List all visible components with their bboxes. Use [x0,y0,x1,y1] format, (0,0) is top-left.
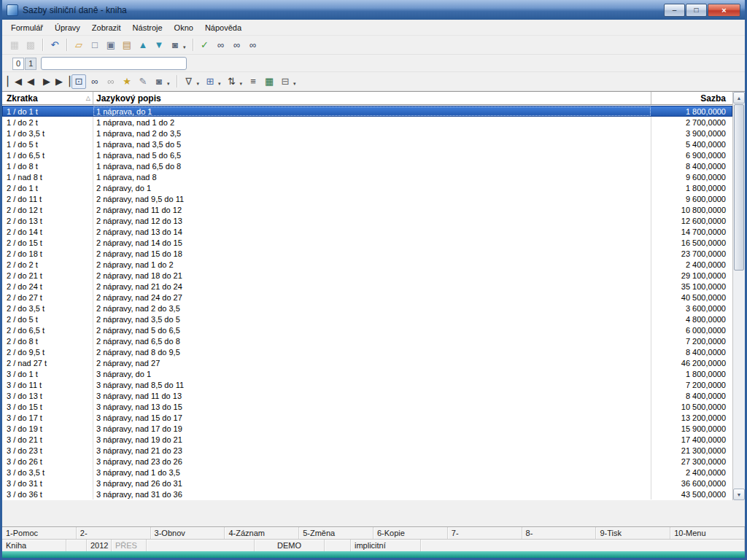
record-page-tab-1[interactable]: 1 [25,58,36,70]
cell-zkratka: 1 / nad 8 t [2,171,93,182]
table-row[interactable]: 2 / do 24 t2 nápravy, nad 21 do 2435 100… [2,281,732,292]
table-row[interactable]: 2 / do 15 t2 nápravy, nad 14 do 1516 500… [2,237,732,248]
table-row[interactable]: 3 / do 15 t3 nápravy, nad 13 do 1510 500… [2,401,732,412]
menu-item-upravy[interactable]: Úpravy [49,21,86,34]
fkey-4[interactable]: 4-Záznam [225,527,299,539]
menu-item-formular[interactable]: Formulář [5,21,49,34]
table-row[interactable]: 2 / do 8 t2 nápravy, nad 6,5 do 87 200,0… [2,335,732,346]
table-row[interactable]: 1 / do 6,5 t1 náprava, nad 5 do 6,56 900… [2,149,732,160]
find-next-icon[interactable]: ∞ [230,38,244,52]
table-row[interactable]: 2 / do 18 t2 nápravy, nad 15 do 1823 700… [2,248,732,259]
table-row[interactable]: 2 / do 27 t2 nápravy, nad 24 do 2740 500… [2,292,732,303]
table-row[interactable]: 1 / do 5 t1 náprava, nad 3,5 do 55 400,0… [2,139,732,149]
scrollbar-thumb[interactable] [734,104,744,271]
table-row[interactable]: 1 / do 3,5 t1 náprava, nad 2 do 3,53 900… [2,128,732,139]
copy-record-icon[interactable]: ▣ [104,38,118,52]
notes-icon[interactable]: ▤ [120,38,134,52]
table-row[interactable]: 2 / do 21 t2 nápravy, nad 18 do 2129 100… [2,270,732,281]
first-record-button[interactable]: ▏◀ [7,74,22,89]
menu-item-okno[interactable]: Okno [169,21,199,34]
cell-popis: 2 nápravy, nad 9,5 do 11 [93,193,651,204]
table-row[interactable]: 2 / nad 27 t2 nápravy, nad 2746 200,0000 [2,357,732,368]
column-header-sazba[interactable]: Sazba [651,92,732,104]
filter-dropdown[interactable]: ▾ [197,81,200,87]
menu-item-zobrazit[interactable]: Zobrazit [86,21,127,34]
table-row[interactable]: 2 / do 1 t2 nápravy, do 11 800,0000 [2,182,732,193]
table-row[interactable]: 2 / do 13 t2 nápravy, nad 12 do 1312 600… [2,215,732,226]
fkey-1[interactable]: 1-Pomoc [2,527,77,539]
calculator-dropdown[interactable]: ▾ [293,81,296,87]
layout-dropdown[interactable]: ▾ [218,81,221,87]
check-icon[interactable]: ✓ [198,38,212,52]
table-row[interactable]: 2 / do 2 t2 nápravy, nad 1 do 22 400,000… [2,259,732,270]
table-row[interactable]: 3 / do 31 t3 nápravy, nad 26 do 3136 600… [2,478,732,489]
table-row[interactable]: 2 / do 3,5 t2 nápravy, nad 2 do 3,53 600… [2,303,732,314]
fkey-9[interactable]: 9-Tisk [596,527,670,539]
move-up-icon[interactable]: ▲ [136,38,150,52]
table-row[interactable]: 2 / do 14 t2 nápravy, nad 13 do 1414 700… [2,226,732,237]
edit-icon[interactable]: ✎ [136,74,150,89]
detail-view-icon[interactable]: ⊡ [71,74,86,89]
move-down-icon[interactable]: ▼ [152,38,166,52]
table-row[interactable]: 2 / do 12 t2 nápravy, nad 11 do 1210 800… [2,204,732,215]
table-row[interactable]: 2 / do 5 t2 nápravy, nad 3,5 do 54 800,0… [2,314,732,324]
fkey-5[interactable]: 5-Změna [299,527,374,539]
open-icon[interactable]: ▱ [71,38,86,52]
scroll-up-icon[interactable]: ▲ [733,92,745,104]
prev-record-button[interactable]: ◀ [23,74,38,89]
sort-dropdown[interactable]: ▾ [240,81,243,87]
new-record-icon[interactable]: □ [88,38,102,52]
table-row[interactable]: 2 / do 11 t2 nápravy, nad 9,5 do 119 600… [2,193,732,204]
scroll-down-icon[interactable]: ▼ [733,489,745,500]
fkey-8[interactable]: 8- [522,527,597,539]
column-header-zkratka[interactable]: Zkratka △ [2,92,93,104]
table-row[interactable]: 3 / do 19 t3 nápravy, nad 17 do 1915 900… [2,423,732,434]
fkey-10[interactable]: 10-Menu [670,527,745,539]
vertical-scrollbar[interactable]: ▲ ▼ [732,92,745,500]
minimize-button[interactable]: – [664,4,685,17]
attachments-dropdown[interactable]: ▾ [167,81,170,87]
close-button[interactable]: × [708,4,740,17]
undo-icon[interactable]: ↶ [47,38,62,52]
filter-icon[interactable]: ∇ [182,74,196,89]
fkey-2[interactable]: 2- [77,527,151,539]
sort-icon[interactable]: ⇅ [225,74,239,89]
table-row[interactable]: 2 / do 6,5 t2 nápravy, nad 5 do 6,56 000… [2,324,732,335]
table-row[interactable]: 1 / do 1 t1 náprava, do 11 800,0000 [2,106,732,117]
attachments-dropdown[interactable]: ▾ [183,44,186,50]
table-row[interactable]: 3 / do 36 t3 nápravy, nad 31 do 3643 500… [2,489,732,499]
table-row[interactable]: 3 / do 23 t3 nápravy, nad 21 do 2321 300… [2,445,732,456]
column-header-popis[interactable]: Jazykový popis [93,92,651,104]
record-page-tab-0[interactable]: 0 [12,58,24,70]
excel-export-icon[interactable]: ▦ [262,74,276,89]
layout-icon[interactable]: ⊞ [203,74,217,89]
table-row[interactable]: 3 / do 3,5 t3 nápravy, nad 1 do 3,52 400… [2,467,732,478]
last-record-button[interactable]: ▶▕ [55,74,70,89]
calculator-icon[interactable]: ⊟ [278,74,293,89]
table-row[interactable]: 3 / do 21 t3 nápravy, nad 19 do 2117 400… [2,434,732,445]
table-row[interactable]: 3 / do 13 t3 nápravy, nad 11 do 138 400,… [2,390,732,401]
bookmark-icon[interactable]: ★ [120,74,134,89]
find-global-icon[interactable]: ∞ [246,38,260,52]
table-row[interactable]: 1 / do 2 t1 náprava, nad 1 do 22 700,000… [2,117,732,128]
table-row[interactable]: 3 / do 1 t3 nápravy, do 11 800,0000 [2,368,732,379]
fkey-6[interactable]: 6-Kopie [374,527,448,539]
table-row[interactable]: 3 / do 26 t3 nápravy, nad 23 do 2627 300… [2,456,732,467]
next-record-button[interactable]: ▶ [39,74,54,89]
attachments-icon[interactable]: ◙ [168,38,182,52]
menu-item-napoveda[interactable]: Nápověda [199,21,247,34]
find-icon[interactable]: ∞ [214,38,228,52]
table-row[interactable]: 1 / nad 8 t1 náprava, nad 89 600,0000 [2,171,732,182]
quick-search-input[interactable] [41,57,187,70]
maximize-button[interactable]: □ [686,4,707,17]
table-row[interactable]: 1 / do 8 t1 náprava, nad 6,5 do 88 400,0… [2,160,732,171]
summary-icon[interactable]: ≡ [246,74,260,89]
attachments-icon[interactable]: ◙ [152,74,166,89]
fkey-7[interactable]: 7- [448,527,522,539]
menu-item-nastroje[interactable]: Nástroje [127,21,169,34]
table-row[interactable]: 2 / do 9,5 t2 nápravy, nad 8 do 9,58 400… [2,346,732,357]
table-row[interactable]: 3 / do 11 t3 nápravy, nad 8,5 do 117 200… [2,379,732,390]
table-row[interactable]: 3 / do 17 t3 nápravy, nad 15 do 1713 200… [2,412,732,423]
find-icon[interactable]: ∞ [88,74,102,89]
fkey-3[interactable]: 3-Obnov [151,527,225,539]
